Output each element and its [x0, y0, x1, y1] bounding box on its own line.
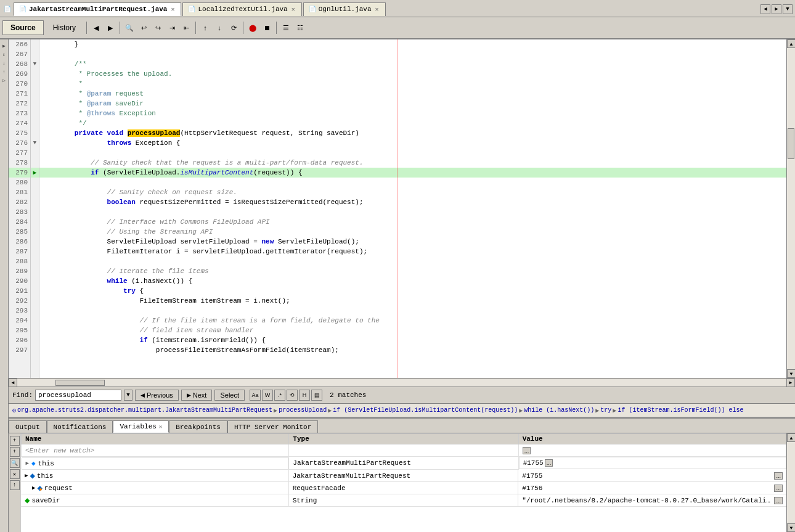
var-value-ellipsis-this[interactable]: ... [545, 459, 553, 467]
tab-close-3[interactable]: ✕ [374, 6, 380, 13]
bc-item-3[interactable]: if (ServletFileUpload.isMultipartContent… [333, 407, 518, 414]
variables-table-area: Name Type Value <Enter new watch> ... [21, 433, 786, 532]
var-vscroll-down[interactable]: ▼ [787, 523, 795, 532]
left-sidebar-icon-4[interactable]: ↑ [1, 68, 8, 75]
toolbar-btn-task2[interactable]: ☷ [293, 21, 307, 35]
expand-icon-this[interactable]: ▶ [26, 460, 29, 467]
vscroll-track[interactable] [787, 48, 795, 369]
code-lines: } /** * Processes the upload. * * @param… [39, 39, 786, 355]
vscroll-up[interactable]: ▲ [787, 39, 795, 48]
tab-LocalizedTextUtil[interactable]: 📄 LocalizedTextUtil.java ✕ [182, 2, 301, 16]
hscroll-thumb[interactable] [55, 380, 105, 386]
left-sidebar-icon-5[interactable]: ▷ [1, 76, 8, 84]
var-btn-2[interactable]: + [10, 447, 20, 457]
bottom-tab-http[interactable]: HTTP Server Monitor [227, 420, 318, 433]
vscroll-down[interactable]: ▼ [787, 369, 795, 378]
next-label: Next [193, 391, 207, 399]
ln-281: 281 [9, 187, 30, 197]
expand-req[interactable]: ▶ [32, 485, 35, 491]
vscroll-thumb[interactable] [788, 128, 794, 159]
history-tab[interactable]: History [45, 20, 84, 35]
code-line-287: FileItemIterator i = servletFileUpload.g… [39, 247, 786, 256]
find-regex[interactable]: .* [274, 390, 285, 401]
bc-item-1[interactable]: org.apache.struts2.dispatcher.multipart.… [17, 407, 272, 414]
tab-close-1[interactable]: ✕ [169, 6, 176, 13]
code-line-274: */ [39, 118, 786, 128]
bc-item-2[interactable]: processUpload [279, 407, 327, 414]
hscroll-track[interactable] [17, 379, 786, 387]
horizontal-scrollbar[interactable]: ◀ ▶ [9, 378, 795, 387]
fold-293 [31, 306, 39, 316]
var-vscroll-up[interactable]: ▲ [787, 433, 795, 442]
bottom-tab-breakpoints[interactable]: Breakpoints [169, 420, 227, 433]
previous-button[interactable]: ◀ Previous [135, 390, 179, 401]
bottom-tab-variables[interactable]: Variables ✕ [113, 420, 169, 433]
toolbar-btn-1[interactable]: ↩ [137, 21, 150, 35]
tab-JakartaStreamMultiPartRequest[interactable]: 📄 JakartaStreamMultiPartRequest.java ✕ [14, 2, 181, 16]
var-value-ellipsis-new[interactable]: ... [523, 447, 531, 454]
toolbar-btn-forward[interactable]: ▶ [104, 21, 117, 35]
bottom-tab-notifications[interactable]: Notifications [47, 420, 113, 433]
hscroll-right[interactable]: ▶ [786, 379, 795, 387]
next-button[interactable]: ▶ Next [181, 390, 213, 401]
tab-OgnlUtil[interactable]: 📄 OgnlUtil.java ✕ [303, 2, 386, 16]
toolbar-btn-search[interactable]: 🔍 [123, 21, 136, 35]
toolbar-btn-2[interactable]: ↪ [151, 21, 165, 35]
var-btn-1[interactable]: + [10, 436, 20, 446]
toolbar-btn-stop[interactable]: ⏹ [260, 21, 274, 35]
expand-this[interactable]: ▶ [25, 472, 28, 479]
toolbar-btn-4[interactable]: ⇤ [179, 21, 193, 35]
left-sidebar-icon-3[interactable]: ↓ [1, 59, 8, 67]
toolbar-btn-back[interactable]: ◀ [89, 21, 103, 35]
var-row-savedir-div: ◆ saveDir String "/root/.netbeans/8.2/ap… [21, 494, 786, 507]
fold-268[interactable]: ▼ [31, 59, 39, 69]
ln-272: 272 [9, 99, 30, 108]
var-vscroll[interactable]: ▲ ▼ [786, 433, 795, 532]
savedir-ellipsis[interactable]: ... [774, 497, 783, 504]
tab-nav-right[interactable]: ▶ [772, 4, 781, 14]
toolbar-btn-6[interactable]: ↓ [213, 21, 226, 35]
variable-row-new-watch[interactable]: <Enter new watch> ... [22, 444, 786, 457]
this-ellipsis[interactable]: ... [774, 472, 783, 480]
toolbar-group-4: ⬤ ⏹ [246, 21, 274, 35]
savedir-label: saveDir [31, 497, 60, 504]
ln-287: 287 [9, 247, 30, 256]
tab-nav-left[interactable]: ◀ [760, 4, 770, 14]
var-btn-3[interactable]: 🔍 [10, 458, 20, 468]
variables-tab-close[interactable]: ✕ [159, 424, 162, 430]
find-whole-word[interactable]: W [262, 390, 273, 401]
toolbar-btn-breakpoint[interactable]: ⬤ [246, 21, 259, 35]
hscroll-left[interactable]: ◀ [9, 379, 17, 387]
bottom-tab-output[interactable]: Output [9, 420, 47, 433]
find-expand[interactable]: ▤ [311, 390, 322, 401]
toolbar-btn-5[interactable]: ↑ [198, 21, 212, 35]
tab-close-2[interactable]: ✕ [290, 6, 296, 13]
fold-276[interactable]: ▼ [31, 138, 39, 148]
left-sidebar-icon-1[interactable]: ▶ [1, 42, 8, 49]
variables-label: Variables [120, 423, 156, 430]
toolbar-btn-3[interactable]: ⇥ [165, 21, 179, 35]
tab-label-2: LocalizedTextUtil.java [198, 6, 287, 13]
find-highlight[interactable]: H [299, 390, 310, 401]
find-match-case[interactable]: Aa [250, 390, 261, 401]
var-vscroll-track[interactable] [787, 442, 795, 523]
code-content[interactable]: } /** * Processes the upload. * * @param… [39, 39, 786, 378]
var-btn-5[interactable]: ↑ [10, 480, 20, 490]
vertical-scrollbar[interactable]: ▲ ▼ [786, 39, 795, 378]
fold-271 [31, 89, 39, 99]
toolbar-btn-task[interactable]: ☰ [279, 21, 293, 35]
bc-item-6[interactable]: if (itemStream.isFormField()) else [618, 407, 743, 414]
left-sidebar-icon-2[interactable]: ⇕ [1, 51, 8, 58]
tab-nav-dropdown[interactable]: ▼ [783, 4, 793, 14]
var-btn-4[interactable]: ✕ [10, 469, 20, 479]
bc-item-5[interactable]: try [600, 407, 611, 414]
variables-table: Name Type Value <Enter new watch> ... [21, 433, 786, 470]
bc-item-4[interactable]: while (i.hasNext()) [524, 407, 594, 414]
find-wrap[interactable]: ⟲ [287, 390, 298, 401]
select-button[interactable]: Select [214, 390, 245, 401]
req-ellipsis[interactable]: ... [774, 485, 783, 492]
find-dropdown[interactable]: ▼ [124, 390, 132, 401]
find-input[interactable] [35, 390, 121, 401]
source-tab[interactable]: Source [2, 20, 44, 35]
toolbar-btn-7[interactable]: ⟳ [227, 21, 240, 35]
